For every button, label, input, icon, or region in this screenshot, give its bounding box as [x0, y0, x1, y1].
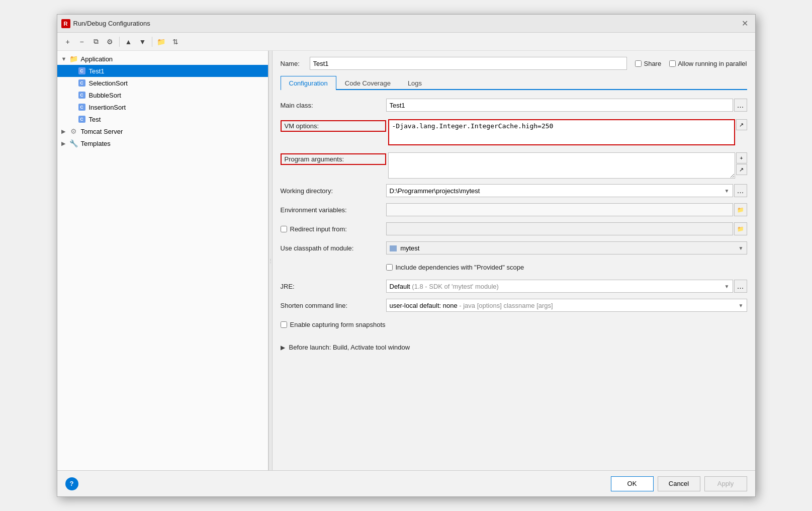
vm-side-buttons: ↗ — [736, 119, 747, 130]
tomcat-label: Tomcat Server — [81, 128, 123, 135]
tree-selectionsort[interactable]: C SelectionSort — [57, 77, 268, 89]
jre-dropdown[interactable]: Default (1.8 - SDK of 'mytest' module) ▼ — [386, 280, 733, 293]
working-dir-field-wrap: D:\Programmer\projects\mytest ▼ … — [386, 184, 747, 197]
main-area: ▼ 📁 Application C Test1 C SelectionSort — [57, 51, 755, 470]
separator-2 — [152, 37, 152, 47]
jre-dropdown-arrow: ▼ — [725, 284, 730, 289]
working-dir-browse-btn[interactable]: … — [734, 184, 747, 197]
tab-logs[interactable]: Logs — [399, 76, 430, 90]
jre-label: JRE: — [281, 283, 386, 290]
shorten-cmd-dropdown[interactable]: user-local default: none - java [options… — [386, 299, 747, 312]
redirect-field-wrap: 📁 — [386, 222, 747, 235]
right-panel: Name: Share Allow running in parallel Co… — [273, 51, 755, 470]
copy-button[interactable]: ⧉ — [89, 35, 103, 48]
module-dropdown[interactable]: mytest ▼ — [386, 241, 747, 254]
bottom-bar: ? OK Cancel Apply — [57, 470, 755, 496]
name-row: Name: Share Allow running in parallel — [281, 57, 747, 70]
move-down-button[interactable]: ▼ — [136, 35, 149, 48]
main-class-browse-btn[interactable]: … — [734, 99, 747, 112]
tree-templates[interactable]: ▶ 🔧 Templates — [57, 137, 268, 149]
cancel-button[interactable]: Cancel — [658, 476, 700, 491]
include-deps-wrap[interactable]: Include dependencies with "Provided" sco… — [386, 264, 524, 271]
shorten-dropdown-arrow: ▼ — [739, 303, 744, 308]
templates-icon: 🔧 — [69, 139, 78, 148]
tree-insertionsort[interactable]: C InsertionSort — [57, 101, 268, 113]
test1-label: Test1 — [89, 67, 105, 75]
folder-button[interactable]: 📁 — [155, 35, 168, 48]
working-dir-input[interactable]: D:\Programmer\projects\mytest ▼ — [386, 184, 733, 197]
jre-browse-btn[interactable]: … — [734, 280, 747, 293]
shorten-cmd-control: user-local default: none - java [options… — [386, 299, 747, 312]
env-vars-browse-btn[interactable]: 📁 — [734, 203, 747, 216]
left-panel: ▼ 📁 Application C Test1 C SelectionSort — [57, 51, 268, 470]
before-launch-arrow: ▶ — [281, 344, 285, 351]
env-vars-label: Environment variables: — [281, 206, 386, 214]
parallel-checkbox-wrap[interactable]: Allow running in parallel — [669, 60, 747, 67]
working-dir-label: Working directory: — [281, 187, 386, 195]
working-dir-control: D:\Programmer\projects\mytest ▼ … — [386, 184, 747, 197]
before-launch-section[interactable]: ▶ Before launch: Build, Activate tool wi… — [281, 344, 747, 351]
env-vars-row: Environment variables: 📁 — [281, 203, 747, 217]
move-up-button[interactable]: ▲ — [122, 35, 135, 48]
jre-field-wrap: Default (1.8 - SDK of 'mytest' module) ▼… — [386, 280, 747, 293]
vm-options-row: VM options: -Djava.lang.Integer.IntegerC… — [281, 119, 747, 145]
tab-bar: Configuration Code Coverage Logs — [281, 76, 747, 90]
sort-button[interactable]: ⇅ — [169, 35, 182, 48]
class-icon: C — [77, 66, 86, 75]
vm-field-wrap: -Djava.lang.Integer.IntegerCache.high=25… — [388, 119, 747, 145]
help-button[interactable]: ? — [65, 477, 78, 490]
header-checkboxes: Share Allow running in parallel — [635, 60, 747, 67]
snapshots-checkbox[interactable] — [281, 321, 287, 328]
tree-bubblesort[interactable]: C BubbleSort — [57, 89, 268, 101]
jre-control: Default (1.8 - SDK of 'mytest' module) ▼… — [386, 280, 747, 293]
vm-options-control: -Djava.lang.Integer.IntegerCache.high=25… — [388, 119, 747, 145]
name-input[interactable] — [310, 57, 627, 70]
add-button[interactable]: + — [61, 35, 74, 48]
prog-expand-btn[interactable]: ↗ — [736, 164, 747, 175]
panel-resizer[interactable]: ⋮ — [268, 51, 273, 470]
env-vars-field-wrap: 📁 — [386, 203, 747, 216]
application-label: Application — [81, 55, 113, 63]
settings-button[interactable]: ⚙ — [104, 35, 117, 48]
program-args-input[interactable] — [388, 152, 735, 179]
redirect-browse-btn[interactable]: 📁 — [734, 222, 747, 235]
tree-test[interactable]: C Test — [57, 113, 268, 125]
run-debug-dialog: R Run/Debug Configurations ✕ + − ⧉ ⚙ ▲ ▼… — [57, 14, 756, 497]
classpath-label: Use classpath of module: — [281, 244, 386, 252]
redirect-input-label: Redirect input from: — [290, 225, 347, 233]
insertionsort-label: InsertionSort — [89, 104, 126, 111]
main-class-input[interactable] — [386, 99, 733, 112]
vm-options-input[interactable]: -Djava.lang.Integer.IntegerCache.high=25… — [388, 119, 735, 145]
include-deps-checkbox[interactable] — [386, 264, 393, 271]
class-icon-4: C — [77, 103, 86, 112]
apply-button[interactable]: Apply — [704, 476, 747, 491]
snapshots-label: Enable capturing form snapshots — [290, 321, 386, 328]
tree-application[interactable]: ▼ 📁 Application — [57, 53, 268, 65]
tree-tomcat[interactable]: ▶ ⚙ Tomcat Server — [57, 125, 268, 137]
prog-add-btn[interactable]: + — [736, 152, 747, 163]
env-vars-input[interactable] — [386, 203, 733, 216]
tab-configuration[interactable]: Configuration — [281, 76, 336, 90]
remove-button[interactable]: − — [75, 35, 88, 48]
share-checkbox[interactable] — [635, 60, 642, 67]
dropdown-arrow: ▼ — [725, 188, 730, 194]
separator-1 — [119, 37, 120, 47]
tree-test1[interactable]: C Test1 — [57, 65, 268, 77]
dialog-icon: R — [61, 19, 70, 28]
name-label: Name: — [281, 60, 306, 67]
snapshots-checkbox-wrap[interactable]: Enable capturing form snapshots — [281, 321, 386, 328]
redirect-input-field[interactable] — [386, 222, 733, 235]
program-args-control: + ↗ — [388, 152, 747, 179]
parallel-checkbox[interactable] — [669, 60, 676, 67]
snapshots-wrap: Enable capturing form snapshots — [281, 321, 386, 328]
tab-code-coverage[interactable]: Code Coverage — [336, 76, 399, 90]
redirect-checkbox[interactable] — [281, 226, 287, 232]
working-dir-row: Working directory: D:\Programmer\project… — [281, 184, 747, 198]
share-checkbox-wrap[interactable]: Share — [635, 60, 661, 67]
parallel-label: Allow running in parallel — [678, 60, 747, 67]
ok-button[interactable]: OK — [611, 476, 654, 491]
vm-expand-btn[interactable]: ↗ — [736, 119, 747, 130]
redirect-checkbox-wrap[interactable]: Redirect input from: — [281, 225, 386, 233]
close-button[interactable]: ✕ — [739, 18, 751, 30]
class-icon-3: C — [77, 91, 86, 100]
